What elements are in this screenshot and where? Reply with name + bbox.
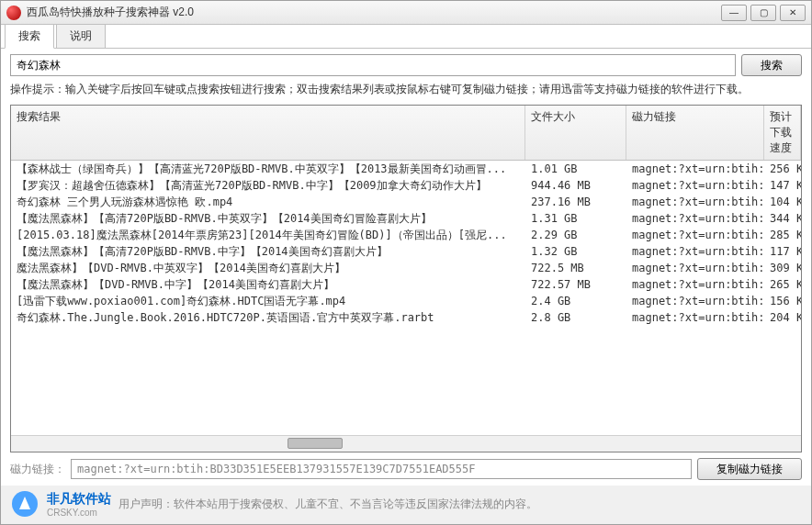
- col-size[interactable]: 文件大小: [525, 106, 626, 160]
- col-result[interactable]: 搜索结果: [11, 106, 525, 160]
- footer-brand-cn: 非凡软件站: [47, 491, 111, 508]
- cell-speed: 156 KB/s: [764, 293, 801, 309]
- cell-size: 2.8 GB: [525, 309, 626, 326]
- table-row[interactable]: 奇幻森林.The.Jungle.Book.2016.HDTC720P.英语国语.…: [11, 309, 801, 326]
- cell-name: [2015.03.18]魔法黑森林[2014年票房第23][2014年美国奇幻冒…: [11, 227, 525, 243]
- cell-size: 2.4 GB: [525, 293, 626, 309]
- search-input[interactable]: [10, 54, 736, 76]
- titlebar: 西瓜岛特快播放种子搜索神器 v2.0 — ▢ ✕: [1, 1, 811, 25]
- footer-disclaimer: 用户声明：软件本站用于搜索侵权、儿童不宜、不当言论等违反国家法律法规的内容。: [118, 497, 537, 512]
- cell-speed: 344 KB/s: [764, 210, 801, 227]
- cell-speed: 117 KB/s: [764, 243, 801, 260]
- cell-magnet: magnet:?xt=urn:btih:5B7B3171...: [626, 177, 764, 194]
- table-row[interactable]: 【魔法黑森林】【高清720P版BD-RMVB.中字】【2014美国奇幻喜剧大片】…: [11, 243, 801, 260]
- cell-size: 1.01 GB: [525, 161, 626, 177]
- cell-name: [迅雷下载www.poxiao001.com]奇幻森林.HDTC国语无字幕.mp…: [11, 293, 525, 309]
- cell-size: 722.57 MB: [525, 276, 626, 293]
- minimize-button[interactable]: —: [721, 5, 747, 21]
- magnet-label: 磁力链接：: [10, 462, 65, 477]
- cell-name: 魔法黑森林】【DVD-RMVB.中英双字】【2014美国奇幻喜剧大片】: [11, 260, 525, 276]
- close-button[interactable]: ✕: [780, 5, 806, 21]
- results-panel: 搜索结果 文件大小 磁力链接 预计下载速度 【森林战士（绿国奇兵）】【高清蓝光7…: [10, 105, 802, 452]
- cell-magnet: magnet:?xt=urn:btih:5B595B8E...: [626, 260, 764, 276]
- maximize-button[interactable]: ▢: [750, 5, 776, 21]
- cell-speed: 256 KB/s: [764, 161, 801, 177]
- scrollbar-thumb[interactable]: [288, 438, 343, 449]
- cell-size: 944.46 MB: [525, 177, 626, 194]
- cell-name: 奇幻森林.The.Jungle.Book.2016.HDTC720P.英语国语.…: [11, 309, 525, 326]
- footer-brand-en: CRSKY.com: [47, 508, 111, 518]
- cell-speed: 147 KB/s: [764, 177, 801, 194]
- results-body[interactable]: 【森林战士（绿国奇兵）】【高清蓝光720P版BD-RMVB.中英双字】【2013…: [11, 161, 801, 435]
- content-area: 搜索 操作提示：输入关键字后按回车键或点搜索按钮进行搜索；双击搜索结果列表或按鼠…: [1, 49, 811, 486]
- footer: 非凡软件站 CRSKY.com 用户声明：软件本站用于搜索侵权、儿童不宜、不当言…: [1, 486, 811, 524]
- col-magnet[interactable]: 磁力链接: [626, 106, 764, 160]
- cell-name: 【魔法黑森林】【DVD-RMVB.中字】【2014美国奇幻喜剧大片】: [11, 276, 525, 293]
- cell-size: 1.32 GB: [525, 243, 626, 260]
- window-title: 西瓜岛特快播放种子搜索神器 v2.0: [27, 5, 721, 20]
- tab-help[interactable]: 说明: [56, 24, 106, 48]
- table-row[interactable]: [迅雷下载www.poxiao001.com]奇幻森林.HDTC国语无字幕.mp…: [11, 293, 801, 309]
- cell-magnet: magnet:?xt=urn:btih:53731E95...: [626, 309, 764, 326]
- table-row[interactable]: 【森林战士（绿国奇兵）】【高清蓝光720P版BD-RMVB.中英双字】【2013…: [11, 161, 801, 177]
- table-row[interactable]: 奇幻森林 三个男人玩游森林遇惊艳 欧.mp4237.16 MBmagnet:?x…: [11, 194, 801, 210]
- tab-bar: 搜索 说明: [1, 25, 811, 49]
- results-header: 搜索结果 文件大小 磁力链接 预计下载速度: [11, 106, 801, 161]
- cell-size: 2.29 GB: [525, 227, 626, 243]
- table-row[interactable]: [2015.03.18]魔法黑森林[2014年票房第23][2014年美国奇幻冒…: [11, 227, 801, 243]
- search-button[interactable]: 搜索: [741, 54, 802, 76]
- cell-speed: 285 KB/s: [764, 227, 801, 243]
- app-icon: [6, 6, 21, 20]
- cell-size: 1.31 GB: [525, 210, 626, 227]
- search-row: 搜索: [10, 54, 802, 76]
- window-buttons: — ▢ ✕: [721, 5, 806, 21]
- cell-speed: 265 KB/s: [764, 276, 801, 293]
- cell-magnet: magnet:?xt=urn:btih:D35593DF...: [626, 227, 764, 243]
- magnet-row: 磁力链接： 复制磁力链接: [10, 458, 802, 480]
- copy-magnet-button[interactable]: 复制磁力链接: [697, 458, 802, 480]
- cell-magnet: magnet:?xt=urn:btih:E9977791...: [626, 210, 764, 227]
- cell-speed: 104 KB/s: [764, 194, 801, 210]
- cell-name: 奇幻森林 三个男人玩游森林遇惊艳 欧.mp4: [11, 194, 525, 210]
- cell-name: 【魔法黑森林】【高清720P版BD-RMVB.中字】【2014美国奇幻喜剧大片】: [11, 243, 525, 260]
- cell-magnet: magnet:?xt=urn:btih:D5F79C1F...: [626, 161, 764, 177]
- app-window: 西瓜岛特快播放种子搜索神器 v2.0 — ▢ ✕ 搜索 说明 搜索 操作提示：输…: [0, 0, 812, 525]
- cell-speed: 204 KB/s: [764, 309, 801, 326]
- tab-search[interactable]: 搜索: [5, 24, 54, 49]
- cell-magnet: magnet:?xt=urn:btih:1D3E1993...: [626, 276, 764, 293]
- cell-name: 【森林战士（绿国奇兵）】【高清蓝光720P版BD-RMVB.中英双字】【2013…: [11, 161, 525, 177]
- table-row[interactable]: 【魔法黑森林】【DVD-RMVB.中字】【2014美国奇幻喜剧大片】722.57…: [11, 276, 801, 293]
- footer-brand: 非凡软件站 CRSKY.com: [47, 491, 111, 518]
- cell-name: 【魔法黑森林】【高清720P版BD-RMVB.中英双字】【2014美国奇幻冒险喜…: [11, 210, 525, 227]
- table-row[interactable]: 【罗宾汉：超越舍伍德森林】【高清蓝光720P版BD-RMVB.中字】【2009加…: [11, 177, 801, 194]
- horizontal-scrollbar[interactable]: [11, 435, 801, 452]
- cell-magnet: magnet:?xt=urn:btih:C73A7B37...: [626, 243, 764, 260]
- cell-size: 237.16 MB: [525, 194, 626, 210]
- cell-name: 【罗宾汉：超越舍伍德森林】【高清蓝光720P版BD-RMVB.中字】【2009加…: [11, 177, 525, 194]
- table-row[interactable]: 魔法黑森林】【DVD-RMVB.中英双字】【2014美国奇幻喜剧大片】722.5…: [11, 260, 801, 276]
- magnet-input[interactable]: [71, 459, 692, 479]
- footer-logo-icon: [10, 489, 39, 519]
- cell-magnet: magnet:?xt=urn:btih:3AAF3A73...: [626, 293, 764, 309]
- cell-magnet: magnet:?xt=urn:btih:BD33D351...: [626, 194, 764, 210]
- hint-text: 操作提示：输入关键字后按回车键或点搜索按钮进行搜索；双击搜索结果列表或按鼠标右键…: [10, 82, 802, 97]
- cell-size: 722.5 MB: [525, 260, 626, 276]
- table-row[interactable]: 【魔法黑森林】【高清720P版BD-RMVB.中英双字】【2014美国奇幻冒险喜…: [11, 210, 801, 227]
- cell-speed: 309 KB/s: [764, 260, 801, 276]
- col-speed[interactable]: 预计下载速度: [764, 106, 801, 160]
